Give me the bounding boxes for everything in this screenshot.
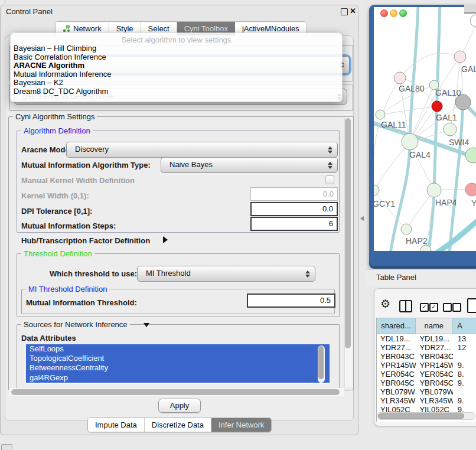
algorithm-dropdown-popup: Select algorithm to view settings Bayesi… [10,32,343,102]
export-table-icon[interactable] [467,298,476,313]
popup-item-basic-correlation[interactable]: Basic Correlation Inference [14,53,339,61]
mi-steps-field[interactable]: 6 [250,217,338,231]
float-window-icon[interactable] [341,8,348,15]
mi-threshold-field[interactable]: 0.5 [247,294,335,308]
combo-arrows-icon [328,162,332,169]
select-all-checkbox-icon[interactable]: ✓ [429,303,438,312]
node-unlabeled[interactable] [470,15,476,27]
bottom-tabbar: Impute Data Discretize Data Infer Networ… [87,418,272,432]
table-row[interactable]: YDR27...YDR27...12 [377,343,476,352]
node-label: HAP4 [435,198,457,207]
popup-item-dream8[interactable]: Dream8 DC_TDC Algorithm [14,87,339,95]
node-gal4[interactable] [402,133,418,150]
cyni-algorithm-settings-title: Cyni Algorithm Settings [13,112,97,121]
popup-item-mutual-information[interactable]: Mutual Information Inference [14,70,339,78]
node-label: SWI4 [449,138,469,147]
expand-icon[interactable] [163,236,168,243]
settings-hscrollbar-thumb[interactable] [11,389,340,395]
popup-item-aracne[interactable]: ARACNE Algorithm [14,61,339,69]
sources-title[interactable]: Sources for Network Inference [21,320,130,329]
combo-arrows-icon [305,270,310,278]
hub-definition-label[interactable]: Hub/Transcription Factor Definition [21,236,150,245]
mi-threshold-group-title: MI Threshold Definition [26,285,109,294]
mi-algorithm-type-label: Mutual Information Algorithm Type: [21,161,151,169]
splitter-grip-icon[interactable] [360,216,364,221]
node-red-selected[interactable] [432,101,442,112]
table-row[interactable]: YPR145WYPR145W9. [377,361,476,370]
mi-algorithm-type-value: Naive Bayes [169,160,213,169]
node-gal11[interactable] [376,110,385,119]
deselect-checkbox-icon[interactable] [452,303,461,312]
list-item-gal4rgexp[interactable]: gal4RGexp [26,373,330,383]
close-window-button[interactable] [380,9,388,17]
settings-scrollbar-thumb[interactable] [345,118,351,348]
zoom-window-button[interactable] [399,9,407,17]
popup-item-bayesian-k2[interactable]: Bayesian – K2 [14,78,339,86]
which-threshold-combo[interactable]: MI Threshold [137,266,315,282]
mi-steps-label: Mutual Information Steps: [21,221,116,230]
table-panel-title: Table Panel [376,273,416,282]
column-header-shared-name[interactable]: shared... [377,318,416,334]
table-row[interactable]: YER054CYER054C8. [377,370,476,379]
deselect-checkbox-icon[interactable] [443,303,452,312]
dpi-tolerance-field[interactable]: 0.0 [250,202,338,216]
aracne-mode-label: Aracne Mode: [21,145,72,154]
control-panel-title: Control Panel [6,7,53,16]
which-threshold-value: MI Threshold [146,269,191,278]
node-gal1[interactable] [444,123,457,136]
node-label: GAL [461,64,476,74]
table-row[interactable]: YDL19...YDL19...13 [377,334,476,343]
restore-panel-button[interactable] [1,444,12,450]
window-edge-remnant [5,0,5,4]
kernel-width-label: Kernel Width (0,1): [21,191,89,200]
table-row[interactable]: YBR045CYBR045C9. [377,379,476,387]
tab-discretize-data[interactable]: Discretize Data [145,418,211,432]
tab-impute-data[interactable]: Impute Data [88,418,145,432]
table-hscrollbar-thumb[interactable] [378,413,464,419]
node-label: HAP2 [406,236,428,246]
attributes-scrollbar-thumb[interactable] [318,346,324,379]
apply-button[interactable]: Apply [158,399,201,413]
popup-item-bayesian-hill-climbing[interactable]: Bayesian – Hill Climbing [14,44,339,52]
mi-algorithm-type-combo[interactable]: Naive Bayes [161,157,338,173]
aracne-mode-combo[interactable]: Discovery [66,142,338,158]
node-gcy1[interactable] [374,185,379,195]
kernel-width-field[interactable]: 0.0 [250,187,338,201]
manual-kernel-width-checkbox[interactable] [325,175,334,184]
node-label: GAL80 [399,84,425,93]
node-swi4[interactable] [465,148,476,163]
node-gal-pink[interactable] [454,51,466,63]
gear-icon[interactable]: ⚙ [380,297,390,311]
background-window-fragment [464,5,476,14]
node-gal80[interactable] [394,72,406,84]
node-salmon[interactable] [465,183,476,196]
node-hap4[interactable] [427,183,441,197]
dpi-tolerance-label: DPI Tolerance [0,1]: [21,207,92,216]
column-header-partial[interactable]: A [452,318,476,334]
network-graph-canvas[interactable]: GAL GAL80 GAL10 GAL1 GAL11 SWI4 GAL4 GCY… [374,7,476,251]
list-item-selfloops[interactable]: SelfLoops [26,344,330,354]
node-label: Y [471,198,476,208]
node-label: GAL10 [435,88,461,97]
manual-kernel-width-label: Manual Kernel Width Definition [21,176,135,185]
table-row[interactable]: YBL079WYBL079W [377,387,476,396]
table-rows: YDL19...YDL19...13 YDR27...YDR27...12 YB… [377,334,476,414]
column-header-name[interactable]: name [416,318,452,334]
select-all-checkbox-icon[interactable]: ✓ [420,303,429,312]
aracne-mode-value: Discovery [75,145,109,154]
screen: Control Panel ✕ Network Style Select Cyn… [0,0,476,450]
list-item-topologicalcoefficient[interactable]: TopologicalCoefficient [26,354,330,363]
table-row[interactable]: YLR345WYLR345W9. [377,396,476,405]
node-hap2[interactable] [401,224,412,234]
collapse-icon[interactable] [144,323,149,327]
node-label: GAL1 [436,113,457,122]
which-threshold-label: Which threshold to use: [50,269,137,278]
tab-infer-network[interactable]: Infer Network [211,418,271,432]
close-icon[interactable]: ✕ [350,6,356,15]
list-item-betweennesscentrality[interactable]: BetweennessCentrality [26,363,330,373]
node-table: shared... name A YDL19...YDL19...13 YDR2… [376,318,476,422]
table-row[interactable]: YBR043CYBR043C [377,352,476,361]
minimize-window-button[interactable] [390,9,397,17]
network-icon [63,25,70,32]
columns-icon[interactable] [399,300,412,312]
